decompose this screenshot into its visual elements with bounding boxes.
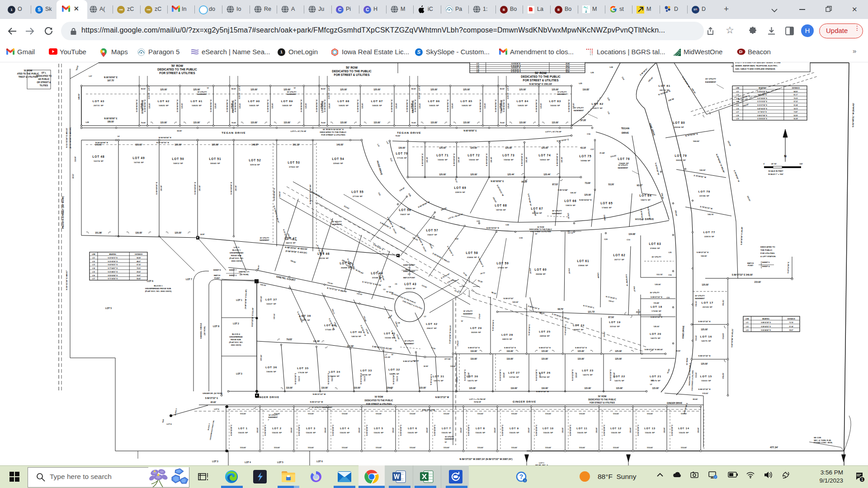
- svg-text:16812 SF: 16812 SF: [173, 162, 183, 164]
- svg-text:N 90°00'00" E: N 90°00'00" E: [104, 117, 118, 120]
- svg-text:50' ROW: 50' ROW: [535, 71, 547, 75]
- svg-text:S 00°00'00" E: S 00°00'00" E: [176, 99, 179, 112]
- svg-text:LOT 20: LOT 20: [650, 333, 661, 335]
- svg-text:110.00': 110.00': [506, 358, 513, 360]
- svg-text:N 90°00'00" E 1561.83': N 90°00'00" E 1561.83': [529, 83, 552, 85]
- svg-text:115.00': 115.00': [160, 122, 167, 124]
- svg-text:S 37°26'09" E: S 37°26'09" E: [757, 98, 767, 99]
- svg-text:10': 10': [445, 441, 447, 443]
- svg-text:19699 SF: 19699 SF: [266, 371, 276, 373]
- svg-text:DRIVE: DRIVE: [622, 131, 629, 134]
- svg-text:34219 SF: 34219 SF: [286, 242, 296, 244]
- svg-text:2002-12615): 2002-12615): [231, 260, 242, 262]
- svg-text:15000 SF: 15000 SF: [469, 159, 479, 161]
- svg-text:L12: L12: [92, 261, 95, 263]
- svg-text:S 31°50'11" E: S 31°50'11" E: [108, 257, 118, 259]
- svg-text:L11: L11: [746, 322, 749, 324]
- svg-text:S 89°27'22" E: S 89°27'22" E: [403, 360, 415, 362]
- svg-text:LOT 4: LOT 4: [166, 423, 172, 425]
- svg-text:L11: L11: [92, 257, 95, 259]
- svg-text:10': 10': [392, 354, 394, 356]
- svg-text:90.28': 90.28': [522, 181, 528, 183]
- svg-text:C11: C11: [667, 296, 670, 299]
- svg-text:79.83': 79.83': [287, 338, 292, 341]
- svg-text:L2: L2: [650, 384, 652, 385]
- svg-text:S 9°52'34" E: S 9°52'34" E: [511, 63, 520, 65]
- svg-text:15694 SF: 15694 SF: [504, 159, 514, 161]
- svg-text:LOT 28: LOT 28: [501, 333, 513, 336]
- svg-text:165.76': 165.76': [723, 212, 724, 212]
- svg-text:27922 SF: 27922 SF: [498, 267, 508, 269]
- svg-text:S 00°00'00" E: S 00°00'00" E: [453, 154, 455, 166]
- svg-text:16825 SF: 16825 SF: [192, 104, 202, 107]
- svg-text:N 90°00'00" E: N 90°00'00" E: [104, 76, 118, 79]
- svg-text:15025 SF: 15025 SF: [543, 432, 553, 434]
- svg-text:115.00': 115.00': [410, 413, 416, 415]
- svg-text:110.00': 110.00': [354, 387, 360, 389]
- svg-text:160.00': 160.00': [701, 255, 707, 257]
- svg-text:S 89°27'22" E: S 89°27'22" E: [698, 320, 710, 323]
- svg-text:14375 SF: 14375 SF: [614, 380, 624, 382]
- svg-text:LOT 55: LOT 55: [351, 190, 363, 193]
- svg-text:115.00': 115.00': [477, 413, 484, 415]
- svg-text:16374 SF: 16374 SF: [94, 160, 104, 162]
- svg-text:140.00': 140.00': [95, 144, 102, 146]
- svg-text:S 70°34'45": S 70°34'45": [440, 272, 450, 279]
- svg-text:S 00°00'00" E: S 00°00'00" E: [556, 154, 558, 166]
- svg-text:SHEET 4: SHEET 4: [762, 265, 770, 267]
- svg-text:161.51': 161.51': [722, 300, 724, 306]
- svg-text:LOT 17: LOT 17: [702, 301, 713, 304]
- svg-text:125.00': 125.00': [576, 372, 577, 378]
- svg-text:LOT 71: LOT 71: [436, 154, 448, 157]
- svg-text:TILITIES: TILITIES: [40, 84, 48, 87]
- svg-text:74.27': 74.27': [566, 65, 570, 67]
- svg-text:LOT 31: LOT 31: [433, 375, 444, 378]
- svg-text:EASEMENT: EASEMENT: [618, 167, 628, 169]
- svg-text:N 00°32'38" E: N 00°32'38" E: [499, 369, 501, 380]
- svg-text:LOT 60: LOT 60: [534, 268, 547, 271]
- svg-text:L7: L7: [244, 136, 245, 137]
- svg-text:125.00': 125.00': [250, 89, 257, 91]
- svg-text:115.00': 115.00': [511, 413, 518, 415]
- svg-text:197.50': 197.50': [260, 355, 262, 361]
- svg-text:LOT 84: LOT 84: [517, 99, 528, 103]
- svg-text:14375 SF: 14375 SF: [467, 380, 477, 382]
- svg-text:FOR STREET & UTILITIES: FOR STREET & UTILITIES: [691, 370, 694, 391]
- svg-text:125.00': 125.00': [328, 103, 330, 109]
- svg-text:377.95': 377.95': [444, 358, 451, 360]
- svg-text:18.07': 18.07': [789, 329, 793, 331]
- svg-text:EASEMENT: EASEMENT: [259, 239, 269, 241]
- svg-text:125.00': 125.00': [613, 372, 615, 378]
- svg-text:125.05': 125.05': [175, 232, 181, 234]
- svg-text:S 31°05'36" E: S 31°05'36" E: [108, 261, 118, 263]
- svg-text:40' UTILITY: 40' UTILITY: [332, 221, 342, 223]
- svg-text:20° UTILITY: 20° UTILITY: [695, 295, 705, 297]
- svg-text:POINT: POINT: [214, 277, 220, 279]
- svg-text:(N 00°32'38" E 511.44'): (N 00°32'38" E 511.44'): [244, 289, 247, 309]
- svg-text:83.00': 83.00': [693, 398, 698, 400]
- svg-text:N 89°27'22": N 89°27'22": [504, 297, 514, 300]
- svg-text:135.00': 135.00': [460, 427, 462, 433]
- svg-text:10': 10': [567, 230, 570, 232]
- svg-text:125.00': 125.00': [181, 103, 183, 109]
- svg-text:EASEMENT: EASEMENT: [445, 438, 454, 440]
- svg-text:LOT G: LOT G: [507, 86, 509, 91]
- svg-text:15000 SF: 15000 SF: [438, 159, 448, 161]
- svg-text:146.58': 146.58': [668, 98, 675, 102]
- svg-text:15025 SF: 15025 SF: [509, 432, 519, 434]
- svg-text:ATED TO THE PUBLIC: ATED TO THE PUBLIC: [17, 73, 39, 75]
- svg-text:N 00°32'38" E: N 00°32'38" E: [298, 424, 300, 436]
- svg-text:84.50': 84.50': [794, 91, 798, 93]
- svg-text:151.86': 151.86': [95, 232, 102, 234]
- svg-text:S 89°27'22" E: S 89°27'22" E: [205, 397, 218, 399]
- svg-text:125.00': 125.00': [160, 89, 167, 91]
- svg-text:LOT 80: LOT 80: [673, 121, 685, 124]
- svg-text:21.44': 21.44': [599, 152, 604, 154]
- svg-text:L19: L19: [607, 111, 610, 115]
- svg-text:24919 SF: 24919 SF: [502, 338, 512, 340]
- svg-text:EASEMENT: EASEMENT: [332, 223, 342, 225]
- svg-text:LOT 1: LOT 1: [238, 427, 248, 430]
- svg-text:LOT 6: LOT 6: [408, 427, 417, 430]
- svg-text:26° UTILITY: 26° UTILITY: [651, 256, 661, 258]
- svg-text:HUGO DRIVE: HUGO DRIVE: [376, 160, 383, 176]
